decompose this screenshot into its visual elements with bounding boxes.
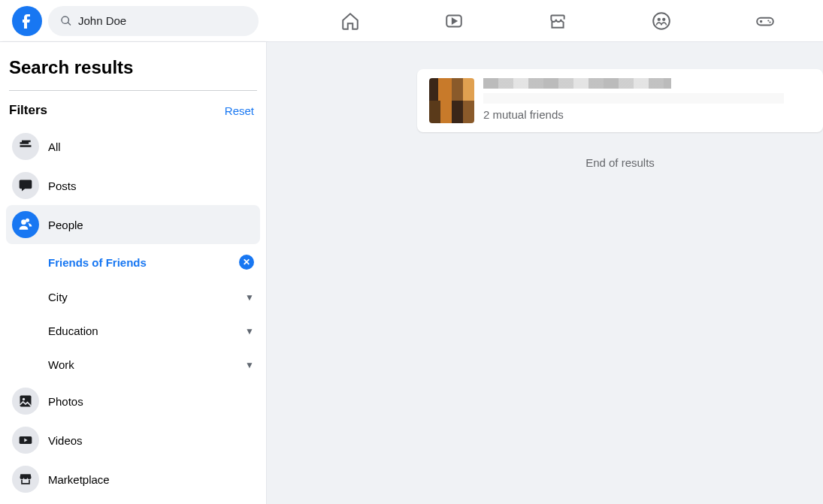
posts-icon [12,172,39,199]
filter-all[interactable]: All [6,127,260,166]
filter-photos[interactable]: Photos [6,382,260,421]
svg-point-3 [662,17,665,20]
svg-point-9 [23,398,25,400]
filter-posts[interactable]: Posts [6,166,260,205]
marketplace-icon [12,466,39,493]
avatar [429,78,474,123]
result-subtitle-redacted [483,93,784,104]
nav-watch[interactable] [436,3,472,39]
end-of-results: End of results [417,156,823,169]
svg-point-7 [21,219,26,225]
sub-filter-label: City [48,291,68,303]
search-icon [60,15,72,27]
sub-filter-city[interactable]: City ▼ [42,280,260,314]
people-icon [12,211,39,238]
gaming-icon [755,11,775,31]
filter-label: All [48,140,61,153]
svg-point-2 [657,17,660,20]
divider [9,90,257,91]
header: John Doe [0,0,823,42]
filter-people[interactable]: People [6,205,260,244]
nav-gaming[interactable] [747,3,783,39]
nav-groups[interactable] [643,3,679,39]
svg-point-6 [769,21,770,23]
sub-filter-label: Friends of Friends [48,256,147,269]
sidebar: Search results Filters Reset All Posts P… [0,42,267,504]
sub-filter-friends-of-friends[interactable]: Friends of Friends ✕ [42,244,260,280]
facebook-logo[interactable] [12,6,42,36]
page-title: Search results [6,51,260,90]
search-value: John Doe [78,14,126,27]
result-card[interactable]: 2 mutual friends [417,69,823,132]
svg-point-1 [653,13,670,29]
filter-label: Posts [48,180,77,192]
filter-label: Photos [48,395,83,408]
filter-marketplace[interactable]: Marketplace [6,460,260,499]
all-icon [12,133,39,160]
sub-filter-education[interactable]: Education ▼ [42,314,260,348]
svg-rect-4 [757,17,773,25]
photos-icon [12,388,39,415]
chevron-down-icon: ▼ [245,360,254,370]
videos-icon [12,427,39,454]
filter-label: People [48,219,83,231]
reset-link[interactable]: Reset [225,104,254,117]
search-input[interactable]: John Doe [48,6,259,36]
result-name-redacted [483,78,671,89]
results-area: 2 mutual friends End of results [267,42,823,504]
chevron-down-icon: ▼ [245,292,254,303]
sub-filter-label: Education [48,324,98,337]
filters-label: Filters [9,103,47,118]
filter-videos[interactable]: Videos [6,421,260,460]
chevron-down-icon: ▼ [245,326,254,337]
watch-icon [444,11,464,31]
sub-filter-label: Work [48,358,74,371]
sub-filter-work[interactable]: Work ▼ [42,348,260,382]
filter-label: Marketplace [48,473,110,486]
groups-icon [652,11,671,31]
marketplace-icon [548,11,567,31]
close-icon[interactable]: ✕ [239,255,254,270]
home-icon [340,11,360,31]
nav-home[interactable] [332,3,368,39]
filter-label: Videos [48,434,83,447]
mutual-friends-text: 2 mutual friends [483,108,784,121]
nav-marketplace[interactable] [540,3,576,39]
svg-point-5 [767,20,769,21]
